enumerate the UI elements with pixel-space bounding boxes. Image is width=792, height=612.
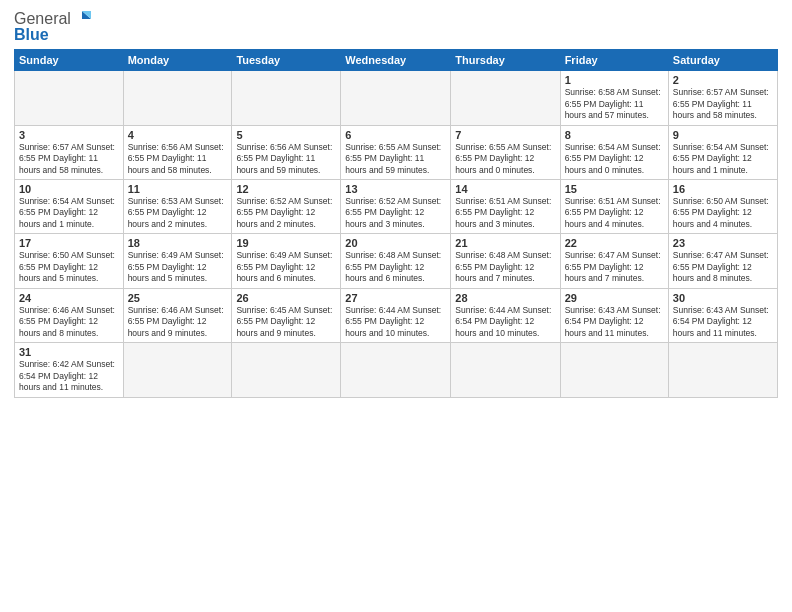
day-info: Sunrise: 6:47 AM Sunset: 6:55 PM Dayligh…	[565, 250, 664, 284]
day-info: Sunrise: 6:44 AM Sunset: 6:54 PM Dayligh…	[455, 305, 555, 339]
calendar-week-row: 1Sunrise: 6:58 AM Sunset: 6:55 PM Daylig…	[15, 71, 778, 125]
calendar-cell: 15Sunrise: 6:51 AM Sunset: 6:55 PM Dayli…	[560, 180, 668, 234]
day-number: 4	[128, 129, 228, 141]
calendar-cell: 7Sunrise: 6:55 AM Sunset: 6:55 PM Daylig…	[451, 125, 560, 179]
calendar-cell	[560, 343, 668, 397]
calendar-header-thursday: Thursday	[451, 50, 560, 71]
calendar-header-sunday: Sunday	[15, 50, 124, 71]
day-number: 16	[673, 183, 773, 195]
calendar-cell: 30Sunrise: 6:43 AM Sunset: 6:54 PM Dayli…	[668, 288, 777, 342]
day-number: 10	[19, 183, 119, 195]
calendar-cell: 4Sunrise: 6:56 AM Sunset: 6:55 PM Daylig…	[123, 125, 232, 179]
day-info: Sunrise: 6:54 AM Sunset: 6:55 PM Dayligh…	[565, 142, 664, 176]
calendar-cell: 5Sunrise: 6:56 AM Sunset: 6:55 PM Daylig…	[232, 125, 341, 179]
day-number: 17	[19, 237, 119, 249]
calendar-cell: 9Sunrise: 6:54 AM Sunset: 6:55 PM Daylig…	[668, 125, 777, 179]
day-number: 24	[19, 292, 119, 304]
day-info: Sunrise: 6:49 AM Sunset: 6:55 PM Dayligh…	[236, 250, 336, 284]
calendar-cell: 1Sunrise: 6:58 AM Sunset: 6:55 PM Daylig…	[560, 71, 668, 125]
day-number: 6	[345, 129, 446, 141]
day-number: 2	[673, 74, 773, 86]
calendar-cell	[451, 343, 560, 397]
calendar-cell: 10Sunrise: 6:54 AM Sunset: 6:55 PM Dayli…	[15, 180, 124, 234]
logo: General Blue	[14, 10, 91, 43]
day-info: Sunrise: 6:56 AM Sunset: 6:55 PM Dayligh…	[128, 142, 228, 176]
calendar-header-monday: Monday	[123, 50, 232, 71]
day-number: 1	[565, 74, 664, 86]
day-number: 14	[455, 183, 555, 195]
day-info: Sunrise: 6:46 AM Sunset: 6:55 PM Dayligh…	[128, 305, 228, 339]
calendar-cell	[232, 71, 341, 125]
calendar-header-tuesday: Tuesday	[232, 50, 341, 71]
calendar-week-row: 10Sunrise: 6:54 AM Sunset: 6:55 PM Dayli…	[15, 180, 778, 234]
calendar-cell: 17Sunrise: 6:50 AM Sunset: 6:55 PM Dayli…	[15, 234, 124, 288]
day-info: Sunrise: 6:58 AM Sunset: 6:55 PM Dayligh…	[565, 87, 664, 121]
day-number: 27	[345, 292, 446, 304]
calendar-header-friday: Friday	[560, 50, 668, 71]
day-number: 28	[455, 292, 555, 304]
calendar-week-row: 24Sunrise: 6:46 AM Sunset: 6:55 PM Dayli…	[15, 288, 778, 342]
day-number: 13	[345, 183, 446, 195]
day-number: 31	[19, 346, 119, 358]
day-number: 18	[128, 237, 228, 249]
calendar-cell: 24Sunrise: 6:46 AM Sunset: 6:55 PM Dayli…	[15, 288, 124, 342]
calendar-cell: 3Sunrise: 6:57 AM Sunset: 6:55 PM Daylig…	[15, 125, 124, 179]
calendar-cell: 20Sunrise: 6:48 AM Sunset: 6:55 PM Dayli…	[341, 234, 451, 288]
calendar-cell: 26Sunrise: 6:45 AM Sunset: 6:55 PM Dayli…	[232, 288, 341, 342]
calendar-cell: 21Sunrise: 6:48 AM Sunset: 6:55 PM Dayli…	[451, 234, 560, 288]
calendar-cell: 27Sunrise: 6:44 AM Sunset: 6:55 PM Dayli…	[341, 288, 451, 342]
day-info: Sunrise: 6:43 AM Sunset: 6:54 PM Dayligh…	[565, 305, 664, 339]
day-number: 21	[455, 237, 555, 249]
day-number: 3	[19, 129, 119, 141]
calendar-week-row: 3Sunrise: 6:57 AM Sunset: 6:55 PM Daylig…	[15, 125, 778, 179]
day-info: Sunrise: 6:50 AM Sunset: 6:55 PM Dayligh…	[673, 196, 773, 230]
day-info: Sunrise: 6:56 AM Sunset: 6:55 PM Dayligh…	[236, 142, 336, 176]
calendar-cell: 25Sunrise: 6:46 AM Sunset: 6:55 PM Dayli…	[123, 288, 232, 342]
calendar-cell: 28Sunrise: 6:44 AM Sunset: 6:54 PM Dayli…	[451, 288, 560, 342]
day-info: Sunrise: 6:51 AM Sunset: 6:55 PM Dayligh…	[565, 196, 664, 230]
day-info: Sunrise: 6:48 AM Sunset: 6:55 PM Dayligh…	[455, 250, 555, 284]
calendar-header-row: SundayMondayTuesdayWednesdayThursdayFrid…	[15, 50, 778, 71]
calendar-cell	[232, 343, 341, 397]
day-number: 12	[236, 183, 336, 195]
header: General Blue	[14, 10, 778, 43]
logo-flag-icon	[73, 11, 91, 27]
calendar-cell	[15, 71, 124, 125]
day-number: 5	[236, 129, 336, 141]
calendar-cell: 23Sunrise: 6:47 AM Sunset: 6:55 PM Dayli…	[668, 234, 777, 288]
day-info: Sunrise: 6:51 AM Sunset: 6:55 PM Dayligh…	[455, 196, 555, 230]
calendar-cell	[341, 343, 451, 397]
day-info: Sunrise: 6:43 AM Sunset: 6:54 PM Dayligh…	[673, 305, 773, 339]
day-info: Sunrise: 6:45 AM Sunset: 6:55 PM Dayligh…	[236, 305, 336, 339]
day-info: Sunrise: 6:52 AM Sunset: 6:55 PM Dayligh…	[236, 196, 336, 230]
calendar-cell: 2Sunrise: 6:57 AM Sunset: 6:55 PM Daylig…	[668, 71, 777, 125]
calendar-cell: 8Sunrise: 6:54 AM Sunset: 6:55 PM Daylig…	[560, 125, 668, 179]
page: General Blue SundayMondayTuesdayWednesda…	[0, 0, 792, 612]
calendar-cell: 19Sunrise: 6:49 AM Sunset: 6:55 PM Dayli…	[232, 234, 341, 288]
day-info: Sunrise: 6:57 AM Sunset: 6:55 PM Dayligh…	[673, 87, 773, 121]
calendar-cell: 11Sunrise: 6:53 AM Sunset: 6:55 PM Dayli…	[123, 180, 232, 234]
calendar-cell: 29Sunrise: 6:43 AM Sunset: 6:54 PM Dayli…	[560, 288, 668, 342]
day-number: 23	[673, 237, 773, 249]
calendar-cell: 16Sunrise: 6:50 AM Sunset: 6:55 PM Dayli…	[668, 180, 777, 234]
day-info: Sunrise: 6:49 AM Sunset: 6:55 PM Dayligh…	[128, 250, 228, 284]
calendar-cell: 18Sunrise: 6:49 AM Sunset: 6:55 PM Dayli…	[123, 234, 232, 288]
calendar-cell	[123, 343, 232, 397]
day-number: 29	[565, 292, 664, 304]
day-number: 25	[128, 292, 228, 304]
day-info: Sunrise: 6:46 AM Sunset: 6:55 PM Dayligh…	[19, 305, 119, 339]
day-number: 9	[673, 129, 773, 141]
day-info: Sunrise: 6:44 AM Sunset: 6:55 PM Dayligh…	[345, 305, 446, 339]
logo-container: General Blue	[14, 10, 91, 43]
day-info: Sunrise: 6:55 AM Sunset: 6:55 PM Dayligh…	[345, 142, 446, 176]
calendar-cell	[341, 71, 451, 125]
logo-text-blue: Blue	[14, 26, 49, 44]
day-number: 22	[565, 237, 664, 249]
calendar-cell	[123, 71, 232, 125]
day-number: 20	[345, 237, 446, 249]
calendar-cell: 6Sunrise: 6:55 AM Sunset: 6:55 PM Daylig…	[341, 125, 451, 179]
calendar-cell: 12Sunrise: 6:52 AM Sunset: 6:55 PM Dayli…	[232, 180, 341, 234]
day-info: Sunrise: 6:48 AM Sunset: 6:55 PM Dayligh…	[345, 250, 446, 284]
day-info: Sunrise: 6:52 AM Sunset: 6:55 PM Dayligh…	[345, 196, 446, 230]
day-info: Sunrise: 6:53 AM Sunset: 6:55 PM Dayligh…	[128, 196, 228, 230]
